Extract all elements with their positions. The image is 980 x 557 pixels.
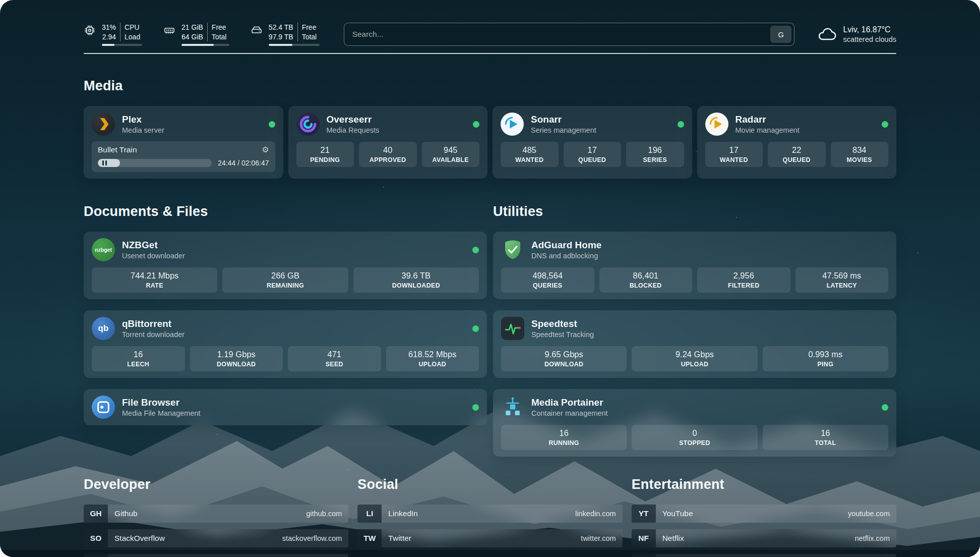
link-abbr: DT <box>84 554 108 557</box>
link-url: netflix.com <box>855 534 890 542</box>
link-abbr: GH <box>84 505 108 523</box>
section-utilities: Utilities <box>493 180 896 457</box>
stat-label: PING <box>766 361 885 368</box>
disk-total: 97.9 TB <box>269 32 293 41</box>
app-card-radarr[interactable]: Radarr Movie management 17 WANTED 22 QUE… <box>697 106 897 179</box>
stat-label: SERIES <box>629 156 681 163</box>
stat-label: AVAILABLE <box>425 156 477 163</box>
search-input[interactable] <box>344 23 795 46</box>
stat-label: PENDING <box>299 156 351 163</box>
stat-queued: 22 QUEUED <box>768 142 826 167</box>
app-title: Overseerr <box>327 114 466 125</box>
link-twitter[interactable]: TW Twitter twitter.com <box>357 529 622 547</box>
app-card-portainer[interactable]: Media Portainer Container management 16 … <box>493 389 896 457</box>
app-subtitle: DNS and adblocking <box>531 252 888 260</box>
link-dev[interactable]: DT DEV dev.to <box>84 554 348 557</box>
app-subtitle: Series management <box>531 126 670 134</box>
app-subtitle: Media server <box>122 126 262 134</box>
stat-queued: 17 QUEUED <box>564 142 622 167</box>
link-linkedin[interactable]: LI LinkedIn linkedin.com <box>357 505 622 523</box>
link-url: linkedin.com <box>575 510 616 518</box>
memory-icon <box>163 24 175 36</box>
app-title: AdGuard Home <box>531 240 888 251</box>
stat-value: 22 <box>771 145 823 155</box>
stat-value: 21 <box>299 145 351 155</box>
app-subtitle: Torrent downloader <box>122 330 465 339</box>
cpu-widget: 31%CPU 2.94Load <box>84 23 142 45</box>
app-card-speedtest[interactable]: Speedtest Speedtest Tracking 9.65 Gbps D… <box>493 310 896 378</box>
disk-progress-bar <box>269 44 320 46</box>
link-abbr: RE <box>632 554 656 557</box>
stat-value: 498,564 <box>504 271 591 281</box>
stat-latency: 47.569 ms LATENCY <box>795 267 889 293</box>
app-title: NZBGet <box>122 240 465 251</box>
stat-label: DOWNLOAD <box>193 361 280 368</box>
stat-label: LEECH <box>95 361 182 368</box>
stat-total: 16 TOTAL <box>763 425 888 450</box>
stat-pending: 21 PENDING <box>296 142 354 167</box>
disk-progress-fill <box>269 44 292 46</box>
stat-approved: 40 APPROVED <box>359 142 417 167</box>
stat-running: 16 RUNNING <box>501 425 627 450</box>
overseerr-icon <box>296 113 320 136</box>
app-card-plex[interactable]: Plex Media server Bullet Train ⚙ <box>84 106 283 179</box>
stat-movies: 834 MOVIES <box>831 142 889 167</box>
app-card-qbittorrent[interactable]: qb qBittorrent Torrent downloader 16 <box>84 310 487 378</box>
stat-value: 0.993 ms <box>766 350 885 359</box>
now-playing-title: Bullet Train <box>98 145 137 154</box>
link-reddit[interactable]: RE Reddit reddit.com <box>632 554 896 557</box>
nzbget-icon-text: nzbget <box>95 247 112 253</box>
stat-value: 2,956 <box>700 271 787 281</box>
stat-value: 17 <box>708 145 760 155</box>
app-card-overseerr[interactable]: Overseerr Media Requests 21 PENDING 40 A… <box>288 106 488 179</box>
stat-value: 9.24 Gbps <box>635 350 754 359</box>
memory-total: 64 GiB <box>181 32 203 41</box>
stat-wanted: 17 WANTED <box>705 142 763 167</box>
stat-label: TOTAL <box>766 439 885 447</box>
pause-icon[interactable] <box>102 160 107 165</box>
stat-value: 744.21 Mbps <box>95 271 214 281</box>
status-dot <box>882 404 888 411</box>
gear-icon[interactable]: ⚙ <box>262 146 269 154</box>
stat-label: LATENCY <box>799 282 886 289</box>
speedtest-icon <box>501 317 524 340</box>
app-title: Sonarr <box>531 114 670 125</box>
app-title: File Browser <box>122 397 465 408</box>
app-title: Plex <box>122 114 262 125</box>
stat-value: 47.569 ms <box>799 271 886 281</box>
link-github[interactable]: GH Github github.com <box>84 505 348 523</box>
link-netflix[interactable]: NF Netflix netflix.com <box>632 529 896 547</box>
stat-remaining: 266 GB REMAINING <box>222 267 348 293</box>
stat-download: 9.65 Gbps DOWNLOAD <box>501 346 627 371</box>
stat-download: 1.19 Gbps DOWNLOAD <box>190 346 283 371</box>
link-youtube[interactable]: YT YouTube youtube.com <box>632 505 896 523</box>
playback-progress-bar[interactable] <box>98 159 212 167</box>
dashboard: 31%CPU 2.94Load 21 GiBFree 64 Gi <box>0 0 980 557</box>
disk-icon <box>251 24 263 36</box>
stat-value: 1.19 Gbps <box>193 350 280 359</box>
link-url: github.com <box>306 510 342 518</box>
stat-label: STOPPED <box>635 439 754 447</box>
link-abbr: NF <box>632 529 656 547</box>
search-provider-button[interactable]: G <box>770 26 791 43</box>
stat-label: REMAINING <box>225 282 345 289</box>
app-title: qBittorrent <box>122 318 465 329</box>
memory-free-label: Free <box>207 23 229 32</box>
status-dot <box>472 247 479 253</box>
app-card-adguard[interactable]: AdGuard Home DNS and adblocking 498,564 … <box>493 232 896 299</box>
stat-value: 39.6 TB <box>356 271 476 281</box>
topbar: 31%CPU 2.94Load 21 GiBFree 64 Gi <box>84 23 896 46</box>
stat-value: 40 <box>362 145 414 155</box>
app-subtitle: Media File Management <box>122 409 465 417</box>
app-card-filebrowser[interactable]: File Browser Media File Management <box>84 389 487 425</box>
link-abbr: YT <box>632 505 656 523</box>
app-card-sonarr[interactable]: Sonarr Series management 485 WANTED 17 Q… <box>493 106 692 179</box>
status-dot <box>678 121 684 128</box>
link-stackoverflow[interactable]: SO StackOverflow stackoverflow.com <box>84 529 348 547</box>
weather-location: Lviv, 16.87°C <box>843 25 896 34</box>
qbittorrent-icon-text: qb <box>98 323 109 333</box>
app-card-nzbget[interactable]: nzbget NZBGet Usenet downloader 744.21 M… <box>84 232 487 299</box>
link-name: Github <box>114 509 138 518</box>
link-url: twitter.com <box>581 534 616 542</box>
stat-rate: 744.21 Mbps RATE <box>92 267 217 293</box>
